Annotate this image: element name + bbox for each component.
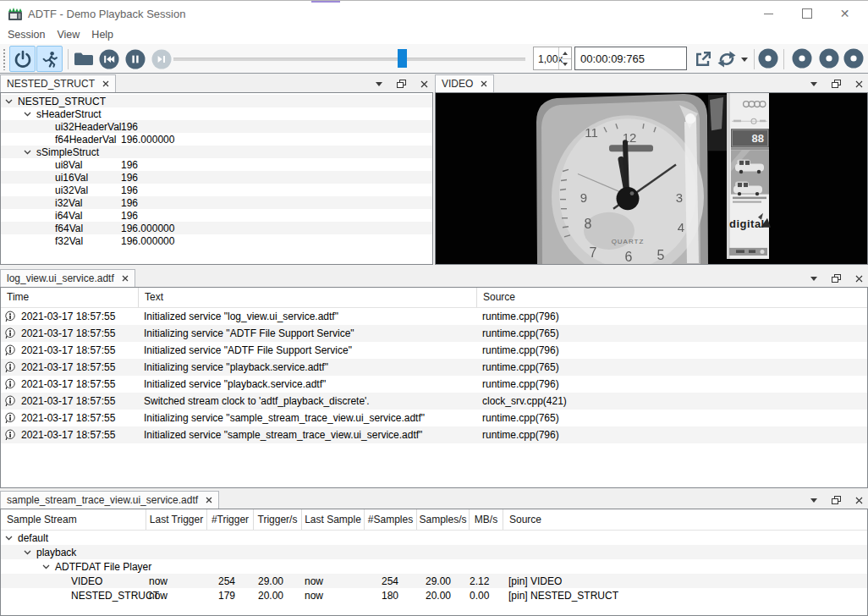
expand-arrow-icon[interactable] bbox=[5, 534, 13, 542]
table-row[interactable]: default bbox=[1, 531, 867, 545]
nested-struct-tree: NESTED_STRUCT sHeaderStruct ui32HeaderVa… bbox=[0, 92, 433, 265]
expand-arrow-icon[interactable] bbox=[24, 110, 31, 118]
float-window-button[interactable] bbox=[832, 496, 841, 504]
table-row[interactable]: playback bbox=[1, 545, 867, 559]
expand-arrow-icon[interactable] bbox=[42, 563, 50, 570]
tree-row[interactable]: sHeaderStruct bbox=[1, 107, 432, 120]
tree-row[interactable]: f32Val 196.000000 bbox=[1, 234, 432, 247]
panel-menu-button[interactable] bbox=[376, 82, 382, 86]
table-row[interactable]: NESTED_STRUCT now 179 20.00 now 180 20.0… bbox=[1, 588, 867, 602]
playback-speed-spinner[interactable]: 1,00x bbox=[533, 47, 572, 70]
table-row[interactable]: 2021-03-17 18:57:55 Initialized service … bbox=[1, 376, 867, 393]
expand-arrow-icon[interactable] bbox=[24, 148, 31, 156]
video-display: 11 12 9 8 7 6 5 4 3 QUARTZ bbox=[435, 92, 868, 265]
menu-view[interactable]: View bbox=[51, 25, 85, 44]
panel-close-button[interactable] bbox=[855, 275, 863, 283]
column-header[interactable]: Sample Stream bbox=[1, 509, 146, 530]
menu-session[interactable]: Session bbox=[2, 25, 51, 44]
info-icon bbox=[4, 327, 16, 339]
log-table-header: Time Text Source bbox=[1, 288, 867, 308]
tree-row[interactable]: f64Val 196.000000 bbox=[1, 222, 432, 234]
speed-increase-button[interactable] bbox=[559, 47, 571, 59]
tab-nested-struct[interactable]: NESTED_STRUCT bbox=[0, 74, 116, 92]
tree-row[interactable]: NESTED_STRUCT bbox=[1, 95, 432, 107]
panel-close-button[interactable] bbox=[855, 80, 863, 88]
float-window-button[interactable] bbox=[832, 274, 841, 283]
expand-arrow-icon[interactable] bbox=[5, 97, 13, 105]
column-header[interactable]: Last Sample bbox=[302, 509, 365, 530]
tab-close-button[interactable] bbox=[102, 80, 109, 87]
menu-help[interactable]: Help bbox=[85, 25, 119, 44]
column-header-text[interactable]: Text bbox=[139, 288, 477, 307]
column-header[interactable]: #Trigger bbox=[207, 509, 254, 530]
marker-button[interactable] bbox=[791, 47, 813, 69]
column-header[interactable]: Trigger/s bbox=[254, 509, 302, 530]
expand-arrow-icon[interactable] bbox=[24, 548, 31, 556]
skip-to-end-button[interactable] bbox=[148, 46, 174, 72]
tab-trace-view[interactable]: sample_stream_trace_view.ui_service.adtf bbox=[0, 491, 219, 509]
toolbar-drag-handle[interactable] bbox=[3, 48, 7, 70]
tree-row[interactable]: ui32Val 196 bbox=[1, 184, 432, 196]
panel-menu-button[interactable] bbox=[810, 498, 817, 503]
pause-button[interactable] bbox=[122, 46, 148, 72]
tree-row[interactable]: ui32HeaderVal 196 bbox=[1, 120, 432, 133]
panel-close-button[interactable] bbox=[855, 497, 863, 504]
speed-decrease-button[interactable] bbox=[559, 58, 571, 69]
panel-menu-button[interactable] bbox=[810, 82, 817, 86]
log-time: 2021-03-17 18:57:55 bbox=[21, 429, 115, 441]
table-row[interactable]: 2021-03-17 18:57:55 Initializing service… bbox=[1, 359, 867, 376]
column-header[interactable]: Last Trigger bbox=[146, 509, 207, 530]
table-row[interactable]: ADTFDAT File Player bbox=[1, 559, 867, 574]
table-row[interactable]: 2021-03-17 18:57:55 Initializing service… bbox=[1, 325, 867, 342]
skip-to-start-button[interactable] bbox=[96, 46, 122, 72]
toolbar-separator bbox=[68, 49, 69, 69]
table-row[interactable]: 2021-03-17 18:57:55 Switched stream cloc… bbox=[1, 393, 867, 410]
minimize-button[interactable] bbox=[750, 1, 788, 26]
tree-row[interactable]: ui16Val 196 bbox=[1, 171, 432, 184]
column-header[interactable]: #Samples bbox=[365, 509, 417, 530]
run-button[interactable] bbox=[36, 46, 63, 72]
marker-button[interactable] bbox=[757, 47, 779, 69]
close-button[interactable]: ✕ bbox=[826, 1, 864, 26]
tree-row[interactable]: i32Val 196 bbox=[1, 196, 432, 209]
tab-close-button[interactable] bbox=[481, 80, 487, 87]
table-row[interactable]: VIDEO now 254 29.00 now 254 29.00 2.12 [… bbox=[1, 574, 867, 588]
tab-log-view[interactable]: log_view.ui_service.adtf bbox=[0, 269, 135, 287]
timeline-slider-track[interactable] bbox=[173, 58, 525, 61]
panel-menu-button[interactable] bbox=[810, 277, 817, 281]
repeat-button[interactable] bbox=[716, 48, 738, 70]
column-header[interactable]: Source bbox=[503, 509, 867, 530]
table-row[interactable]: 2021-03-17 18:57:55 Initializing service… bbox=[1, 410, 867, 426]
marker-button[interactable] bbox=[818, 47, 840, 69]
column-header[interactable]: MB/s bbox=[470, 509, 503, 530]
tree-label: VIDEO bbox=[71, 575, 102, 587]
tab-close-button[interactable] bbox=[122, 275, 129, 282]
float-window-button[interactable] bbox=[397, 80, 406, 88]
maximize-button[interactable] bbox=[788, 1, 826, 26]
tree-label: i64Val bbox=[55, 210, 82, 222]
tree-row[interactable]: sSimpleStruct bbox=[1, 146, 432, 158]
open-session-button[interactable] bbox=[70, 46, 96, 72]
table-row[interactable]: 2021-03-17 18:57:55 Initialized service … bbox=[1, 308, 867, 325]
panel-close-button[interactable] bbox=[420, 80, 428, 88]
table-row[interactable]: 2021-03-17 18:57:55 Initialized service … bbox=[1, 426, 867, 443]
repeat-dropdown-arrow[interactable] bbox=[741, 58, 748, 62]
tree-row[interactable]: ui8Val 196 bbox=[1, 158, 432, 171]
power-button[interactable] bbox=[9, 46, 36, 72]
tab-video[interactable]: VIDEO bbox=[435, 74, 494, 92]
time-field[interactable]: 00:00:09:765 bbox=[574, 47, 687, 70]
float-window-button[interactable] bbox=[832, 80, 841, 88]
column-header-source[interactable]: Source bbox=[477, 288, 867, 307]
table-row[interactable]: 2021-03-17 18:57:55 Initialized service … bbox=[1, 342, 867, 359]
timeline-slider-handle[interactable] bbox=[398, 49, 407, 68]
tree-label: ui32Val bbox=[55, 184, 88, 196]
column-header[interactable]: Samples/s bbox=[417, 509, 470, 530]
open-external-button[interactable] bbox=[692, 48, 714, 70]
tree-row[interactable]: f64HeaderVal 196.000000 bbox=[1, 133, 432, 146]
column-header-time[interactable]: Time bbox=[1, 288, 139, 307]
log-table: Time Text Source 2021-03-17 18:57:55 Ini… bbox=[0, 287, 868, 488]
tree-row[interactable]: i64Val 196 bbox=[1, 209, 432, 222]
marker-button[interactable] bbox=[843, 47, 865, 69]
tab-label: sample_stream_trace_view.ui_service.adtf bbox=[7, 494, 198, 506]
tab-close-button[interactable] bbox=[206, 497, 212, 503]
